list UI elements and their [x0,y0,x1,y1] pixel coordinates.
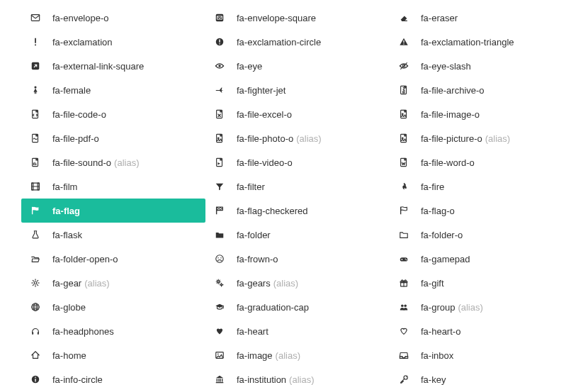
icon-item-heart-o[interactable]: fa-heart-o [390,319,574,343]
icon-item-external-link-square[interactable]: fa-external-link-square [21,54,205,78]
icon-item-exclamation[interactable]: fa-exclamation [21,30,205,54]
icon-item-label: fa-folder [237,230,271,240]
icon-item-label: fa-eye-slash [421,61,471,72]
icon-item-gift[interactable]: fa-gift [390,271,574,295]
icon-item-heart[interactable]: fa-heart [205,319,390,343]
svg-point-67 [404,305,407,308]
svg-rect-48 [220,379,220,381]
icon-item-file-word-o[interactable]: fa-file-word-o [390,150,574,174]
icon-item-flask[interactable]: fa-flask [21,223,205,247]
eye-slash-icon [398,60,409,72]
icon-item-film[interactable]: fa-film [21,174,205,199]
icon-item-group[interactable]: fa-group(alias) [390,295,574,319]
icon-item-folder-open-o[interactable]: fa-folder-open-o [21,247,205,271]
icon-item-envelope-square[interactable]: fa-envelope-square [205,6,390,30]
fire-icon [398,181,409,192]
icon-item-label: fa-female [52,85,91,96]
icon-item-label: fa-film [52,182,77,192]
icon-item-exclamation-triangle[interactable]: fa-exclamation-triangle [390,30,574,54]
icon-item-institution[interactable]: fa-institution(alias) [205,367,390,385]
icon-item-label: fa-exclamation-circle [237,37,321,48]
icon-item-flag-checkered[interactable]: fa-flag-checkered [205,199,390,223]
svg-rect-49 [222,379,222,381]
icon-grid: fa-envelope-ofa-exclamationfa-external-l… [21,6,574,385]
flag-icon [30,205,41,216]
film-icon [30,181,41,192]
icon-item-graduation-cap[interactable]: fa-graduation-cap [205,295,390,319]
svg-rect-35 [221,208,222,209]
icon-item-file-archive-o[interactable]: fa-file-archive-o [390,78,574,102]
graduation-cap-icon [214,301,225,313]
icon-item-label: fa-info-circle [52,374,103,385]
svg-rect-51 [403,40,404,43]
icon-item-home[interactable]: fa-home [21,343,205,367]
icon-item-filter[interactable]: fa-filter [205,174,390,199]
alias-tag: (alias) [114,157,139,168]
icon-item-fighter-jet[interactable]: fa-fighter-jet [205,78,390,102]
exclamation-circle-icon [214,36,225,48]
svg-point-38 [216,255,224,263]
icon-item-eraser[interactable]: fa-eraser [390,6,574,30]
icon-item-file-pdf-o[interactable]: fa-file-pdf-o [21,126,205,150]
svg-rect-16 [32,332,33,335]
svg-point-57 [402,113,403,115]
icon-item-inbox[interactable]: fa-inbox [390,343,574,367]
file-image-o-icon [398,108,409,120]
icon-item-file-image-o[interactable]: fa-file-image-o [390,102,574,126]
file-excel-o-icon [214,108,225,120]
image-icon [214,350,225,361]
icon-item-folder[interactable]: fa-folder [205,223,390,247]
icon-item-label: fa-flag-o [421,206,455,216]
icon-column: fa-envelope-squarefa-exclamation-circlef… [205,6,390,385]
alias-tag: (alias) [485,133,510,144]
exclamation-triangle-icon [398,36,409,48]
svg-point-30 [217,138,219,139]
icon-item-flag[interactable]: fa-flag [21,199,205,223]
icon-item-image[interactable]: fa-image(alias) [205,343,390,367]
svg-rect-20 [35,377,35,378]
icon-item-gears[interactable]: fa-gears(alias) [205,271,390,295]
flag-checkered-icon [214,205,225,216]
alias-tag: (alias) [273,278,298,289]
icon-item-file-code-o[interactable]: fa-file-code-o [21,102,205,126]
icon-item-label: fa-fighter-jet [237,85,285,96]
icon-item-file-picture-o[interactable]: fa-file-picture-o(alias) [390,126,574,150]
icon-item-gamepad[interactable]: fa-gamepad [390,247,574,271]
icon-item-flag-o[interactable]: fa-flag-o [390,199,574,223]
folder-open-o-icon [30,253,41,264]
svg-point-42 [221,284,222,286]
svg-point-41 [217,281,220,283]
svg-rect-26 [219,43,220,44]
icon-item-label: fa-fire [421,182,444,192]
icon-item-gear[interactable]: fa-gear(alias) [21,271,205,295]
icon-item-fire[interactable]: fa-fire [390,174,574,199]
icon-item-label: fa-frown-o [237,254,278,264]
icon-item-label: fa-file-photo-o [237,133,293,144]
svg-rect-25 [219,40,220,43]
icon-item-envelope-o[interactable]: fa-envelope-o [21,6,205,30]
external-link-square-icon [30,60,41,72]
svg-rect-34 [218,208,220,209]
icon-item-label: fa-home [52,350,86,361]
icon-item-folder-o[interactable]: fa-folder-o [390,223,574,247]
icon-item-frown-o[interactable]: fa-frown-o [205,247,390,271]
frown-o-icon [214,253,225,264]
icon-item-eye[interactable]: fa-eye [205,54,390,78]
icon-item-file-video-o[interactable]: fa-file-video-o [205,150,390,174]
icon-item-female[interactable]: fa-female [21,78,205,102]
svg-point-40 [220,257,221,258]
icon-item-headphones[interactable]: fa-headphones [21,319,205,343]
icon-item-file-photo-o[interactable]: fa-file-photo-o(alias) [205,126,390,150]
icon-item-eye-slash[interactable]: fa-eye-slash [390,54,574,78]
svg-rect-55 [403,91,405,93]
icon-item-exclamation-circle[interactable]: fa-exclamation-circle [205,30,390,54]
icon-item-file-sound-o[interactable]: fa-file-sound-o(alias) [21,150,205,174]
filter-icon [214,181,225,192]
eraser-icon [398,12,409,23]
icon-item-file-excel-o[interactable]: fa-file-excel-o [205,102,390,126]
inbox-icon [398,350,409,361]
icon-item-globe[interactable]: fa-globe [21,295,205,319]
icon-item-key[interactable]: fa-key [390,367,574,385]
icon-item-info-circle[interactable]: fa-info-circle [21,367,205,385]
icon-column: fa-envelope-ofa-exclamationfa-external-l… [21,6,205,385]
